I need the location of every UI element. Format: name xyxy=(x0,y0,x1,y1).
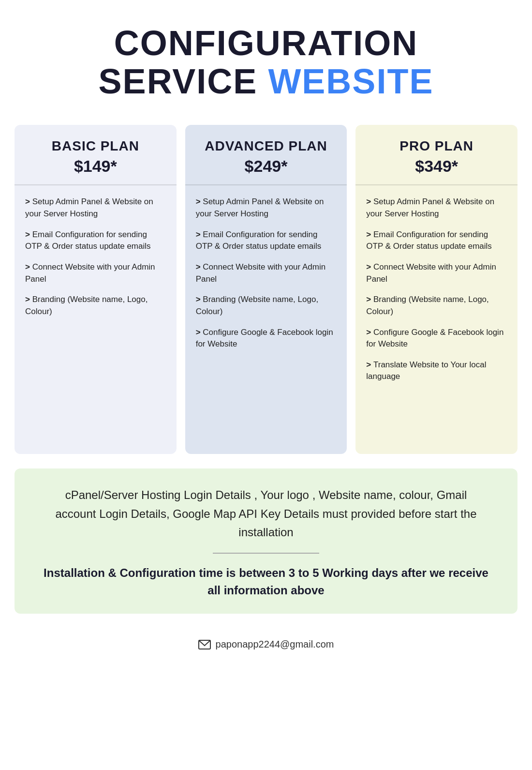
plan-pro-features: Setup Admin Panel & Website on your Serv… xyxy=(355,185,517,402)
plan-basic: BASIC PLAN $149* Setup Admin Panel & Web… xyxy=(15,125,177,454)
info-bold: Installation & Configuration time is bet… xyxy=(44,564,488,599)
list-item: Configure Google & Facebook login for We… xyxy=(196,327,337,350)
list-item: Branding (Website name, Logo, Colour) xyxy=(366,294,507,317)
list-item: Setup Admin Panel & Website on your Serv… xyxy=(25,196,166,220)
plan-advanced-name: ADVANCED PLAN xyxy=(195,138,338,154)
list-item: Connect Website with your Admin Panel xyxy=(25,261,166,285)
divider xyxy=(213,553,319,554)
list-item: Setup Admin Panel & Website on your Serv… xyxy=(196,196,337,220)
plan-advanced: ADVANCED PLAN $249* Setup Admin Panel & … xyxy=(185,125,347,454)
list-item: Configure Google & Facebook login for We… xyxy=(366,327,507,350)
info-text: cPanel/Server Hosting Login Details , Yo… xyxy=(44,486,488,542)
title-line2: SERVICE WEBSITE xyxy=(15,62,517,101)
plan-basic-name: BASIC PLAN xyxy=(24,138,167,154)
list-item: Branding (Website name, Logo, Colour) xyxy=(25,294,166,317)
plan-advanced-features: Setup Admin Panel & Website on your Serv… xyxy=(185,185,347,369)
header: CONFIGURATION SERVICE WEBSITE xyxy=(15,10,517,120)
plan-pro-price: $349* xyxy=(365,157,508,176)
list-item: Branding (Website name, Logo, Colour) xyxy=(196,294,337,317)
title-service: SERVICE xyxy=(99,62,268,101)
list-item: Email Configuration for sending OTP & Or… xyxy=(196,229,337,253)
email-icon xyxy=(198,639,211,650)
plan-pro: PRO PLAN $349* Setup Admin Panel & Websi… xyxy=(355,125,517,454)
title-website: WEBSITE xyxy=(268,62,433,101)
info-box: cPanel/Server Hosting Login Details , Yo… xyxy=(15,468,517,613)
list-item: Email Configuration for sending OTP & Or… xyxy=(366,229,507,253)
plans-container: BASIC PLAN $149* Setup Admin Panel & Web… xyxy=(15,125,517,454)
title-line1: CONFIGURATION xyxy=(15,24,517,62)
list-item: Email Configuration for sending OTP & Or… xyxy=(25,229,166,253)
footer-email: paponapp2244@gmail.com xyxy=(216,639,334,650)
plan-basic-header: BASIC PLAN $149* xyxy=(15,125,177,185)
plan-pro-name: PRO PLAN xyxy=(365,138,508,154)
plan-advanced-price: $249* xyxy=(195,157,338,176)
plan-basic-features: Setup Admin Panel & Website on your Serv… xyxy=(15,185,177,337)
list-item: Setup Admin Panel & Website on your Serv… xyxy=(366,196,507,220)
plan-basic-price: $149* xyxy=(24,157,167,176)
list-item: Connect Website with your Admin Panel xyxy=(196,261,337,285)
plan-pro-header: PRO PLAN $349* xyxy=(355,125,517,185)
plan-advanced-header: ADVANCED PLAN $249* xyxy=(185,125,347,185)
list-item: Connect Website with your Admin Panel xyxy=(366,261,507,285)
list-item: Translate Website to Your local language xyxy=(366,359,507,383)
footer: paponapp2244@gmail.com xyxy=(15,631,517,655)
